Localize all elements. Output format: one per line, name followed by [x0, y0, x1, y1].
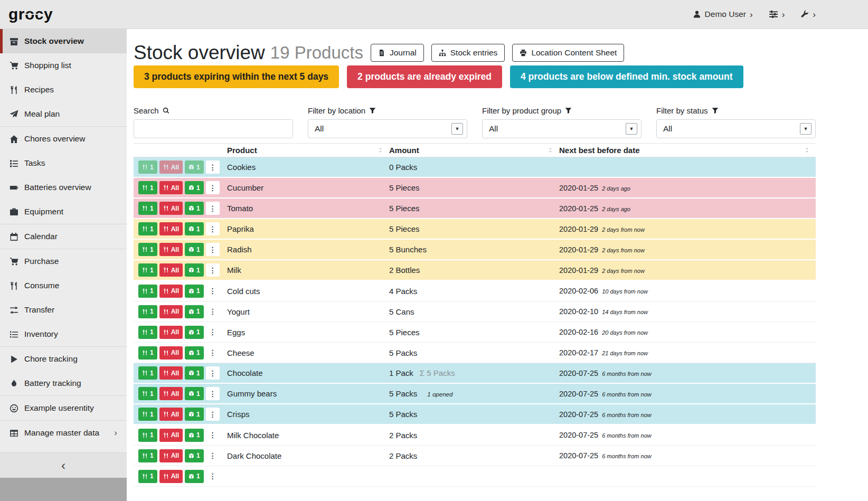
consume-all-button[interactable]: All — [159, 181, 183, 194]
open-one-button[interactable]: 1 — [185, 263, 204, 277]
row-menu-button[interactable]: ⋮ — [206, 366, 220, 380]
row-menu-button[interactable]: ⋮ — [206, 202, 220, 215]
consume-one-button[interactable]: 1 — [138, 285, 157, 298]
consume-one-button[interactable]: 1 — [138, 408, 157, 421]
consume-one-button[interactable]: 1 — [138, 222, 157, 235]
sidebar-item-manage-master-data[interactable]: Manage master data › — [0, 421, 127, 445]
consume-one-button[interactable]: 1 — [138, 181, 157, 194]
consume-one-button[interactable]: 1 — [138, 346, 157, 360]
status-select[interactable]: All ▼ — [656, 119, 816, 138]
consume-one-button[interactable]: 1 — [138, 160, 157, 174]
sidebar-item-inventory[interactable]: Inventory — [0, 322, 127, 346]
stock-entries-button[interactable]: Stock entries — [431, 44, 505, 62]
consume-one-button[interactable]: 1 — [138, 305, 157, 318]
row-menu-button[interactable]: ⋮ — [206, 222, 220, 235]
settings-menu[interactable]: › — [769, 10, 785, 19]
row-menu-button[interactable]: ⋮ — [206, 181, 220, 194]
row-menu-button[interactable]: ⋮ — [206, 263, 220, 277]
row-menu-button[interactable]: ⋮ — [206, 285, 220, 298]
status-banner[interactable]: 3 products expiring within the next 5 da… — [134, 65, 339, 88]
consume-one-button[interactable]: 1 — [138, 243, 157, 256]
sidebar-item-example-userentity[interactable]: Example userentity — [0, 396, 127, 420]
sidebar-item-tasks[interactable]: Tasks — [0, 151, 127, 175]
column-header-amount[interactable]: Amount — [389, 146, 559, 155]
consume-one-button[interactable]: 1 — [138, 202, 157, 215]
grocy-logo[interactable]: grocy — [8, 5, 53, 23]
consume-all-button[interactable]: All — [159, 387, 183, 400]
sidebar-item-purchase[interactable]: Purchase — [0, 249, 127, 273]
consume-all-button[interactable]: All — [159, 263, 183, 277]
search-input[interactable] — [134, 119, 293, 138]
sidebar-item-calendar[interactable]: Calendar — [0, 224, 127, 249]
sidebar-item-meal-plan[interactable]: Meal plan — [0, 102, 127, 126]
consume-all-button[interactable]: All — [159, 408, 183, 421]
table-row: 1 All 1 ⋮ Milk 2 Bottles 2020-01-292 day… — [134, 260, 816, 281]
consume-all-button[interactable]: All — [159, 429, 183, 442]
consume-all-button[interactable]: All — [159, 326, 183, 339]
consume-one-button[interactable]: 1 — [138, 263, 157, 277]
sidebar-item-transfer[interactable]: Transfer — [0, 298, 127, 322]
sidebar-item-batteries-overview[interactable]: Batteries overview — [0, 175, 127, 200]
row-menu-button[interactable]: ⋮ — [206, 243, 220, 256]
row-menu-button[interactable]: ⋮ — [206, 429, 220, 442]
sidebar-collapse-button[interactable]: ‹ — [0, 452, 127, 478]
open-one-button[interactable]: 1 — [185, 387, 204, 400]
admin-menu[interactable]: › — [800, 10, 816, 19]
consume-all-button[interactable]: All — [159, 202, 183, 215]
open-one-button[interactable]: 1 — [185, 408, 204, 421]
consume-all-button[interactable]: All — [159, 366, 183, 380]
row-menu-button[interactable]: ⋮ — [206, 326, 220, 339]
consume-all-button[interactable]: All — [159, 346, 183, 360]
open-one-button[interactable]: 1 — [185, 449, 204, 462]
open-one-button[interactable]: 1 — [185, 285, 204, 298]
journal-button[interactable]: Journal — [371, 44, 424, 62]
sidebar-item-battery-tracking[interactable]: Battery tracking — [0, 371, 127, 395]
consume-one-button[interactable]: 1 — [138, 449, 157, 462]
consume-all-button[interactable]: All — [159, 449, 183, 462]
open-one-button[interactable]: 1 — [185, 160, 204, 174]
consume-all-button[interactable]: All — [159, 285, 183, 298]
open-one-button[interactable]: 1 — [185, 243, 204, 256]
sidebar-item-shopping-list[interactable]: Shopping list — [0, 53, 127, 78]
consume-all-button[interactable]: All — [159, 470, 183, 483]
sidebar-item-consume[interactable]: Consume — [0, 273, 127, 298]
consume-one-button[interactable]: 1 — [138, 366, 157, 380]
consume-all-button[interactable]: All — [159, 160, 183, 174]
sidebar-item-chore-tracking[interactable]: Chore tracking — [0, 347, 127, 371]
open-one-button[interactable]: 1 — [185, 202, 204, 215]
open-one-button[interactable]: 1 — [185, 326, 204, 339]
status-banner[interactable]: 4 products are below defined min. stock … — [510, 65, 743, 88]
open-one-button[interactable]: 1 — [185, 366, 204, 380]
consume-one-button[interactable]: 1 — [138, 429, 157, 442]
row-menu-button[interactable]: ⋮ — [206, 305, 220, 318]
sidebar-item-chores-overview[interactable]: Chores overview — [0, 127, 127, 151]
consume-one-button[interactable]: 1 — [138, 387, 157, 400]
open-one-button[interactable]: 1 — [185, 429, 204, 442]
open-one-button[interactable]: 1 — [185, 346, 204, 360]
row-menu-button[interactable]: ⋮ — [206, 408, 220, 421]
open-one-button[interactable]: 1 — [185, 305, 204, 318]
sidebar-item-stock-overview[interactable]: Stock overview — [0, 29, 127, 53]
row-menu-button[interactable]: ⋮ — [206, 387, 220, 400]
consume-one-button[interactable]: 1 — [138, 326, 157, 339]
column-header-product[interactable]: Product — [227, 146, 389, 155]
location-select[interactable]: All ▼ — [308, 119, 467, 138]
sidebar-item-equipment[interactable]: Equipment — [0, 200, 127, 224]
consume-all-button[interactable]: All — [159, 222, 183, 235]
column-header-best-before[interactable]: Next best before date — [559, 146, 816, 155]
consume-one-button[interactable]: 1 — [138, 470, 157, 483]
row-menu-button[interactable]: ⋮ — [206, 470, 220, 483]
open-one-button[interactable]: 1 — [185, 181, 204, 194]
location-content-sheet-button[interactable]: Location Content Sheet — [512, 44, 624, 62]
consume-all-button[interactable]: All — [159, 243, 183, 256]
consume-all-button[interactable]: All — [159, 305, 183, 318]
status-banner[interactable]: 2 products are already expired — [347, 65, 502, 88]
row-menu-button[interactable]: ⋮ — [206, 160, 220, 174]
user-menu[interactable]: Demo User › — [693, 10, 753, 19]
row-menu-button[interactable]: ⋮ — [206, 449, 220, 462]
open-one-button[interactable]: 1 — [185, 222, 204, 235]
sidebar-item-recipes[interactable]: Recipes — [0, 78, 127, 102]
row-menu-button[interactable]: ⋮ — [206, 346, 220, 360]
product-group-select[interactable]: All ▼ — [482, 119, 641, 138]
open-one-button[interactable]: 1 — [185, 470, 204, 483]
